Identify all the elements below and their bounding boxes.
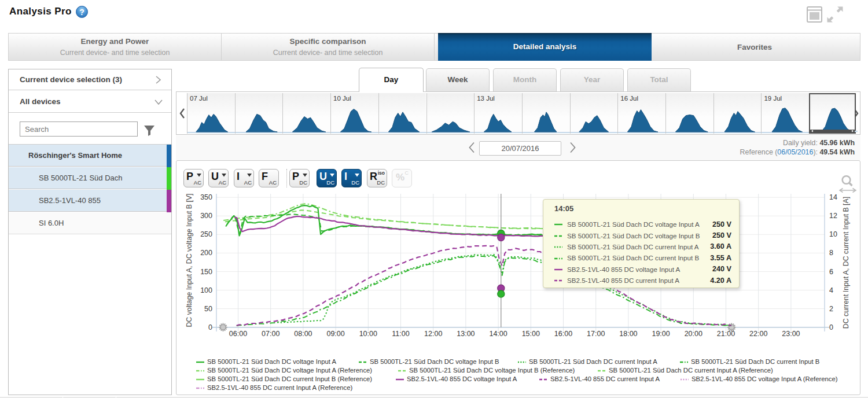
- svg-text:15:00: 15:00: [522, 330, 540, 338]
- svg-text:0: 0: [829, 323, 833, 331]
- svg-text:21:00: 21:00: [717, 330, 735, 338]
- svg-text:17:00: 17:00: [587, 330, 605, 338]
- svg-text:300: 300: [200, 212, 212, 220]
- svg-text:16:00: 16:00: [554, 330, 572, 338]
- svg-text:2: 2: [829, 305, 833, 313]
- svg-text:12: 12: [829, 212, 837, 220]
- svg-text:08:00: 08:00: [294, 330, 312, 338]
- svg-text:18:00: 18:00: [619, 330, 637, 338]
- svg-text:250: 250: [200, 230, 212, 238]
- svg-text:20:00: 20:00: [685, 330, 703, 338]
- svg-text:13:00: 13:00: [457, 330, 475, 338]
- svg-text:10: 10: [829, 230, 837, 238]
- svg-text:11:00: 11:00: [392, 330, 409, 338]
- svg-text:DC current Input A, DC current: DC current Input A, DC current Input B […: [842, 197, 850, 329]
- svg-text:10:00: 10:00: [359, 330, 377, 338]
- svg-text:14:00: 14:00: [489, 330, 507, 338]
- svg-text:150: 150: [200, 268, 212, 276]
- svg-text:4: 4: [829, 286, 833, 294]
- svg-text:14: 14: [829, 193, 837, 201]
- svg-text:200: 200: [200, 249, 212, 257]
- svg-text:19:00: 19:00: [652, 330, 670, 338]
- svg-text:350: 350: [200, 193, 212, 201]
- svg-text:07:00: 07:00: [262, 330, 279, 338]
- svg-text:12:00: 12:00: [424, 330, 442, 338]
- svg-text:6: 6: [829, 268, 833, 276]
- svg-text:DC voltage Input A, DC voltage: DC voltage Input A, DC voltage Input B […: [185, 193, 193, 327]
- svg-text:50: 50: [204, 305, 212, 313]
- svg-text:09:00: 09:00: [326, 330, 344, 338]
- svg-text:0: 0: [208, 323, 212, 331]
- svg-text:22:00: 22:00: [749, 330, 767, 338]
- svg-text:06:00: 06:00: [229, 330, 247, 338]
- svg-text:23:00: 23:00: [782, 330, 800, 338]
- svg-text:100: 100: [200, 286, 212, 294]
- svg-text:8: 8: [829, 249, 833, 257]
